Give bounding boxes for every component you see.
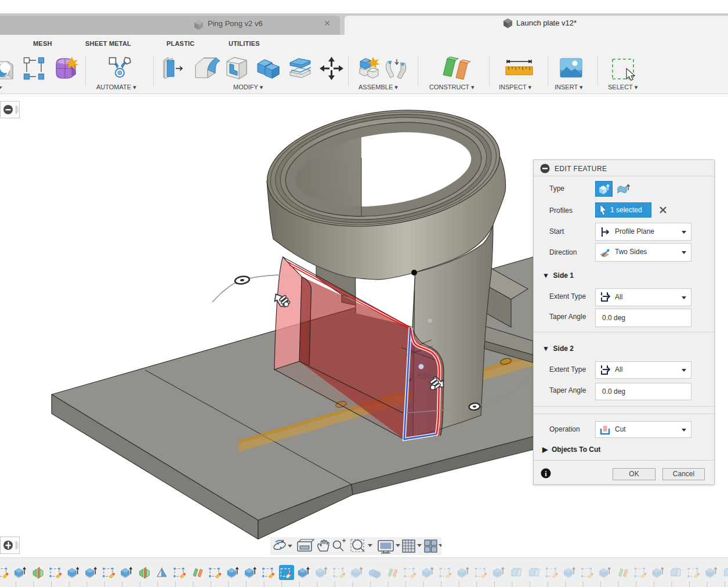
svg-text:1.638: 1.638: [410, 371, 431, 381]
